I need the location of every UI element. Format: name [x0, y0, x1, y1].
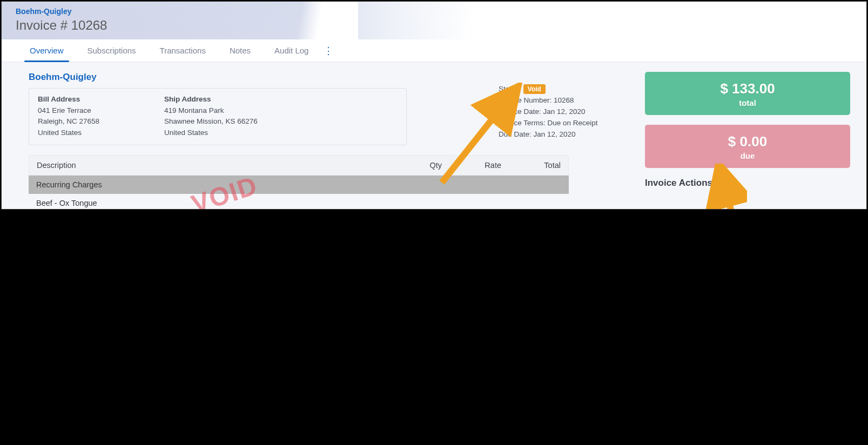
customer-name-link[interactable]: Boehm-Quigley — [29, 72, 623, 83]
page-title: Invoice # 10268 — [16, 18, 852, 33]
th-total: Total — [501, 161, 561, 170]
status-badge: Void — [523, 84, 546, 94]
total-amount: $ 133.00 — [650, 80, 845, 97]
due-label: due — [650, 151, 845, 160]
meta-terms-row: Invoice Terms: Due on Receipt — [499, 118, 598, 129]
tab-subscriptions[interactable]: Subscriptions — [76, 39, 148, 62]
table-header: Description Qty Rate Total — [29, 155, 569, 176]
th-description: Description — [37, 161, 399, 170]
item-row: Beef - Ox Tongue — [29, 194, 569, 210]
tab-audit-log[interactable]: Audit Log — [263, 39, 320, 62]
address-box: Bill Address 041 Erie Terrace Raleigh, N… — [29, 88, 407, 145]
meta-status-row: Status: Void — [499, 84, 598, 95]
ship-address: Ship Address 419 Montana Park Shawnee Mi… — [164, 95, 258, 138]
ship-address-line3: United States — [164, 127, 258, 138]
tab-transactions[interactable]: Transactions — [148, 39, 218, 62]
meta-terms-label: Invoice Terms: — [499, 119, 546, 127]
meta-status-label: Status: — [499, 85, 521, 93]
ship-address-line1: 419 Montana Park — [164, 105, 258, 116]
total-label: total — [650, 98, 845, 107]
ship-address-line2: Shawnee Mission, KS 66276 — [164, 116, 258, 127]
meta-invoice-number-value: 10268 — [554, 96, 574, 104]
bill-address-line2: Raleigh, NC 27658 — [38, 116, 99, 127]
meta-invoice-number-row: Invoice Number: 10268 — [499, 95, 598, 106]
line-items-table: Description Qty Rate Total Recurring Cha… — [29, 155, 569, 210]
content-row: Boehm-Quigley Bill Address 041 Erie Terr… — [2, 62, 866, 210]
app-frame: Boehm-Quigley Invoice # 10268 Overview S… — [1, 1, 867, 210]
customer-breadcrumb-link[interactable]: Boehm-Quigley — [16, 7, 852, 16]
meta-invoice-date-label: Invoice Date: — [499, 107, 541, 116]
total-card: $ 133.00 total — [645, 72, 850, 115]
due-amount: $ 0.00 — [650, 133, 845, 150]
bill-address: Bill Address 041 Erie Terrace Raleigh, N… — [38, 95, 99, 138]
page-header: Boehm-Quigley Invoice # 10268 — [2, 2, 866, 39]
bill-address-line1: 041 Erie Terrace — [38, 105, 99, 116]
meta-due-date-row: Due Date: Jan 12, 2020 — [499, 129, 598, 140]
th-qty: Qty — [399, 161, 442, 170]
meta-due-date-label: Due Date: — [499, 130, 531, 138]
th-rate: Rate — [442, 161, 501, 170]
section-recurring-charges: Recurring Charges — [29, 176, 569, 194]
bill-address-line3: United States — [38, 127, 99, 138]
invoice-actions-title: Invoice Actions — [645, 178, 850, 188]
meta-invoice-date-row: Invoice Date: Jan 12, 2020 — [499, 106, 598, 118]
invoice-meta: Status: Void Invoice Number: 10268 Invoi… — [499, 84, 598, 140]
meta-invoice-number-label: Invoice Number: — [499, 96, 551, 104]
meta-due-date-value: Jan 12, 2020 — [534, 130, 576, 138]
due-card: $ 0.00 due — [645, 125, 850, 168]
tabs-bar: Overview Subscriptions Transactions Note… — [2, 39, 866, 62]
side-column: $ 133.00 total $ 0.00 due Invoice Action… — [645, 72, 850, 210]
ship-address-label: Ship Address — [164, 95, 258, 103]
meta-invoice-date-value: Jan 12, 2020 — [543, 107, 586, 116]
meta-terms-value: Due on Receipt — [548, 119, 598, 127]
bill-address-label: Bill Address — [38, 95, 99, 103]
tab-overview[interactable]: Overview — [18, 39, 76, 62]
tab-notes[interactable]: Notes — [218, 39, 263, 62]
more-menu-icon[interactable]: ⋮ — [320, 45, 337, 57]
